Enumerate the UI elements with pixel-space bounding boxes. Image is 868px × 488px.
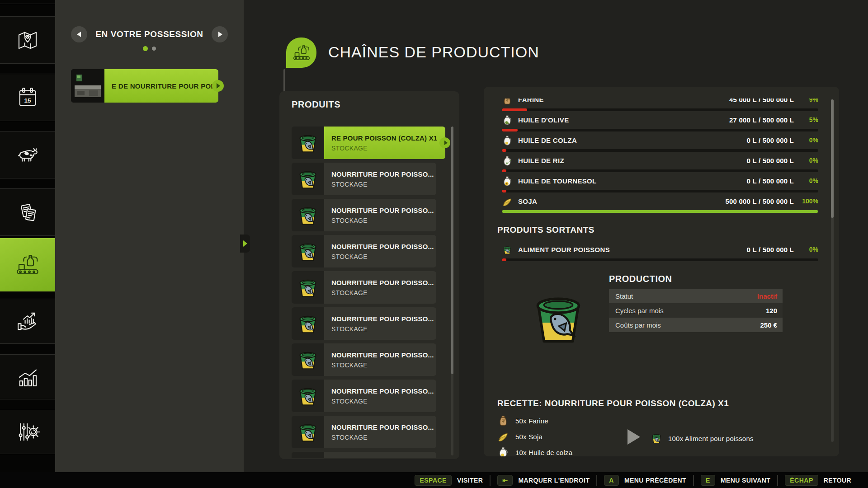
recipe-arrow-icon [627,429,640,445]
production-table-row: Coûts par mois 250 € [609,318,783,332]
settings-icon [14,419,41,445]
ingredient-name: HUILE D'OLIVE [518,116,569,124]
sidebar-item-settings[interactable] [0,410,55,454]
possession-item-tag: E DE NOURRITURE POUR POIS [104,69,218,103]
product-image-fish-food-bucket [527,284,590,355]
ingredient-fill-bar [502,108,818,111]
prev-page-button[interactable] [71,26,87,42]
sidebar-item-finances[interactable] [0,299,55,344]
sidebar-item-map[interactable] [0,16,55,64]
production-detail-panel: FARINE 45 000 L / 500 000 L 9% HUILE D'O… [484,87,839,456]
product-list-item[interactable]: RE POUR POISSON (COLZA) X1 STOCKAGE [292,127,454,159]
key-hint[interactable]: A MENU PRÉCÉDENT [596,475,693,486]
ingredient-amount: 0 L / 500 000 L [747,136,794,144]
page-indicator [55,46,244,51]
sidebar-item-contracts[interactable] [0,188,55,236]
sidebar-item-calendar[interactable]: 15 [0,74,55,121]
output-goods-list: ALIMENT POUR POISSONS 0 L / 500 000 L 0% [502,243,818,263]
next-page-button[interactable] [212,26,228,42]
ingredient-amount: 500 000 L / 500 000 L [725,197,794,205]
panel-expand-button[interactable] [240,235,250,253]
fish-food-bucket-icon [292,163,324,195]
ingredient-fill-bar [502,169,818,172]
ingredient-percent: 9% [797,99,818,103]
ingredient-name: FARINE [518,99,544,103]
product-list-item[interactable]: NOURRITURE POUR POISSO... STOCKAGE [292,452,454,458]
key-hint-label: MARQUER L'ENDROIT [518,477,590,484]
production-icon [292,43,311,63]
recipe-input-huile-colza: 10x Huile de colza [497,445,646,456]
product-label: NOURRITURE POUR POISSO... STOCKAGE [324,163,436,195]
key-cap: E [701,475,715,486]
ingredient-amount: 0 L / 500 000 L [747,177,794,185]
possession-header: EN VOTRE POSSESSION [71,26,228,42]
stat-value: 120 [766,307,777,314]
products-scrollbar-thumb[interactable] [451,127,453,374]
factory-image [71,69,104,103]
possession-item-fish-food-factory[interactable]: E DE NOURRITURE POUR POIS [71,69,218,103]
rice-oil-icon [502,155,513,166]
sidebar-item-animals[interactable] [0,131,55,178]
soybean-icon [497,431,509,442]
product-list-item[interactable]: NOURRITURE POUR POISSO... STOCKAGE [292,271,454,304]
ingredient-amount: 0 L / 500 000 L [747,157,794,164]
product-list-item[interactable]: NOURRITURE POUR POISSO... STOCKAGE [292,235,454,267]
map-icon [14,27,41,53]
flour-sack-icon [497,415,509,427]
product-label: NOURRITURE POUR POISSO... STOCKAGE [324,380,436,412]
production-section-title: PRODUCTION [609,274,672,284]
arrow-right-icon [243,240,247,247]
product-list-item[interactable]: NOURRITURE POUR POISSO... STOCKAGE [292,307,454,340]
ingredient-row-soja: SOJA 500 000 L / 500 000 L 100% [502,195,818,215]
product-title: RE POUR POISSON (COLZA) X1 [331,134,445,142]
key-cap: ESPACE [415,475,452,486]
stat-value: Inactif [757,292,777,300]
ingredient-name: HUILE DE TOURNESOL [518,177,596,185]
factory-thumbnail [71,69,104,103]
product-list-item[interactable]: NOURRITURE POUR POISSO... STOCKAGE [292,163,454,195]
product-list-item[interactable]: NOURRITURE POUR POISSO... STOCKAGE [292,380,454,412]
key-hint[interactable]: ESPACE VISITER [408,475,490,486]
recipe-input-farine: 50x Farine [497,413,646,428]
product-label: NOURRITURE POUR POISSO... STOCKAGE [324,416,436,448]
finances-icon [14,308,41,334]
sidebar-item-statistics[interactable] [0,354,55,399]
product-label: NOURRITURE POUR POISSO... STOCKAGE [324,199,436,231]
key-cap: ⇤ [497,475,513,486]
sidebar-item-production[interactable] [0,238,55,291]
product-list-item[interactable]: NOURRITURE POUR POISSO... STOCKAGE [292,199,454,231]
production-stats-table: Statut Inactif Cycles par mois 120 Coûts… [609,289,783,332]
page-dot-active[interactable] [143,46,148,51]
main-menu-sidebar: 15 [0,0,55,488]
product-title: NOURRITURE POUR POISSO... [331,170,436,178]
detail-scrollbar-thumb[interactable] [831,99,834,218]
animals-icon [14,142,41,168]
possession-title: EN VOTRE POSSESSION [95,29,203,39]
recipe-input-label: 10x Huile de colza [515,449,572,456]
ingredient-amount: 27 000 L / 500 000 L [729,116,794,124]
canola-oil-icon [502,135,513,146]
sunflower-oil-icon [502,176,513,187]
ingredient-percent: 0% [797,157,818,164]
product-list-item[interactable]: NOURRITURE POUR POISSO... STOCKAGE [292,416,454,448]
calendar-day-label: 15 [24,97,31,103]
product-list-item[interactable]: NOURRITURE POUR POISSO... STOCKAGE [292,343,454,376]
ingredient-row-huile-colza: HUILE DE COLZA 0 L / 500 000 L 0% [502,134,818,154]
key-hint[interactable]: ⇤ MARQUER L'ENDROIT [490,475,596,486]
arrow-left-icon [77,32,81,37]
product-title: NOURRITURE POUR POISSO... [331,315,436,323]
page-dot[interactable] [152,47,156,51]
ingredient-percent: 0% [797,136,818,144]
key-hint[interactable]: ÉCHAP RETOUR [777,475,858,486]
fish-food-bucket-icon [292,452,324,458]
recipe-output: 100x Aliment pour poissons [650,431,754,446]
page-icon-badge [286,38,316,68]
fish-food-icon [502,244,513,255]
product-subtitle: STOCKAGE [331,325,436,333]
recipe-input-soja: 50x Soja [497,429,646,444]
products-title: PRODUITS [292,99,340,110]
key-hint[interactable]: E MENU SUIVANT [693,475,777,486]
outputs-section-title: PRODUITS SORTANTS [497,225,594,235]
ingredient-name: HUILE DE RIZ [518,157,564,164]
product-subtitle: STOCKAGE [331,398,436,405]
